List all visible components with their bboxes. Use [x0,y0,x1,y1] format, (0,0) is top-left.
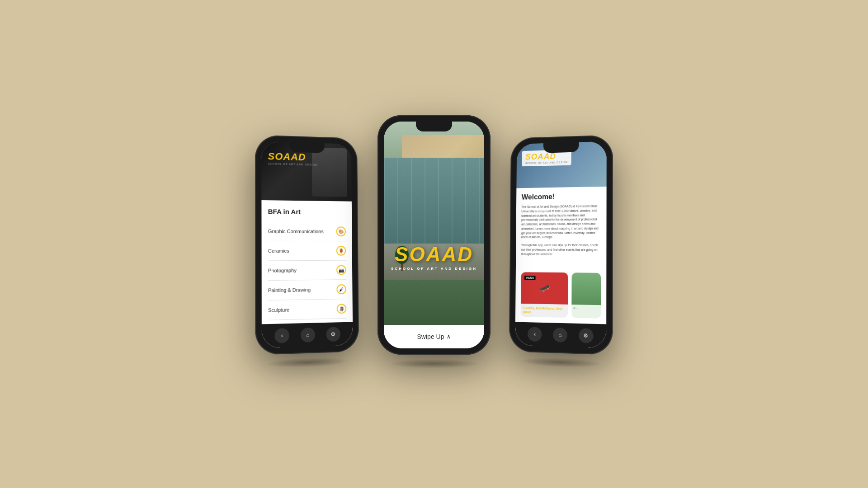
phone-shadow-left [266,357,349,369]
welcome-paragraph-1: The School of Art and Design (SOAAD) at … [521,204,601,239]
menu-icon-graphic-comm: 🎨 [336,226,346,236]
right-content: Welcome! The School of Art and Design (S… [515,187,607,324]
menu-item-sculpture[interactable]: Sculpture 🗿 [268,299,346,320]
menu-icon-painting: 🖌 [336,284,346,294]
menu-label-painting: Painting & Drawing [268,287,311,293]
left-content: BFA in Art Graphic Communications 🎨 Cera… [261,200,353,324]
left-nav-bar: ‹ ⌂ ⚙ [262,322,353,348]
menu-item-painting[interactable]: Painting & Drawing 🖌 [268,280,346,300]
home-button-right[interactable]: ⌂ [553,328,567,343]
center-content: SOAAD SCHOOL OF ART AND DESIGN [384,122,484,325]
event-card-secondary[interactable]: Z... [571,272,601,319]
notch-center [416,122,452,131]
center-soaad-subtitle: SCHOOL OF ART AND DESIGN [391,267,477,271]
center-logo-overlay: SOAAD SCHOOL OF ART AND DESIGN [384,243,484,271]
phone-shadow-center [389,359,479,368]
notch-left [289,142,325,153]
menu-icon-ceramics: 🏺 [336,246,346,256]
menu-label-sculpture: Sculpture [268,307,289,313]
notch-right [543,142,579,153]
back-button-right[interactable]: ‹ [528,327,542,342]
events-cards: 🛹 VANS Events, Exhibitions, And More Z..… [521,272,601,319]
event-card-2-label: Z... [572,304,601,311]
vans-label: VANS [524,276,535,280]
welcome-paragraph-2: Through this app, users can sign up for … [521,243,601,257]
phone-right-screen: SOAAD SCHOOL OF ART AND DESIGN Welcome! … [515,141,607,348]
swipe-up-text: Swipe Up [417,333,444,340]
settings-button-left[interactable]: ⚙ [326,327,340,342]
phone-left-screen: SOAAD SCHOOL OF ART AND DESIGN BFA in Ar… [261,141,353,348]
splash-background: SOAAD SCHOOL OF ART AND DESIGN [384,122,484,325]
welcome-title: Welcome! [522,192,601,201]
settings-button-right[interactable]: ⚙ [579,328,594,343]
bfa-title: BFA in Art [268,207,346,216]
event-card-exhibitions[interactable]: 🛹 VANS Events, Exhibitions, And More [521,272,568,318]
right-nav-bar: ‹ ⌂ ⚙ [515,322,607,348]
phone-shadow-right [519,357,602,369]
center-soaad-logo: SOAAD [395,243,473,266]
phone-center-screen: SOAAD SCHOOL OF ART AND DESIGN Swipe Up … [384,122,484,348]
scene: SOAAD SCHOOL OF ART AND DESIGN BFA in Ar… [0,0,868,488]
menu-icon-sculpture: 🗿 [337,304,347,314]
soaad-logo-left: SOAAD SCHOOL OF ART AND DESIGN [268,150,317,166]
logo-text-right: SOAAD [525,151,568,162]
menu-item-ceramics[interactable]: Ceramics 🏺 [268,241,346,261]
phone-center: SOAAD SCHOOL OF ART AND DESIGN Swipe Up … [377,115,491,355]
menu-label-graphic-comm: Graphic Communications [268,229,324,234]
event-card-2-image [572,272,601,305]
menu-label-photography: Photography [268,267,297,273]
menu-icon-photography: 📷 [336,265,346,275]
event-card-image: 🛹 VANS [521,272,568,305]
event-card-label: Events, Exhibitions, And More [524,305,566,315]
swipe-up-bar[interactable]: Swipe Up ∧ [384,325,484,348]
back-button-left[interactable]: ‹ [275,328,290,343]
swipe-chevron-icon: ∧ [447,333,451,340]
phone-left: SOAAD SCHOOL OF ART AND DESIGN BFA in Ar… [255,135,359,355]
menu-item-graphic-comm[interactable]: Graphic Communications 🎨 [268,222,346,242]
event-card-body: Events, Exhibitions, And More [521,303,568,318]
home-button-left[interactable]: ⌂ [301,328,315,343]
menu-label-ceramics: Ceramics [268,248,289,253]
phone-right: SOAAD SCHOOL OF ART AND DESIGN Welcome! … [509,135,613,355]
building-glass [384,158,484,248]
menu-item-photography[interactable]: Photography 📷 [268,261,346,281]
logo-sub-right: SCHOOL OF ART AND DESIGN [525,161,568,164]
